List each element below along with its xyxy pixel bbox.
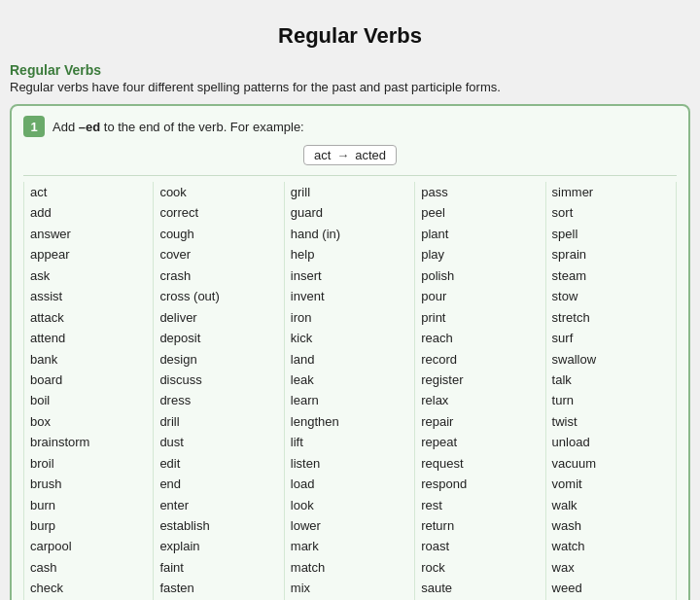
word-item: appear	[30, 244, 147, 265]
word-item: iron	[291, 307, 408, 328]
word-item: burp	[30, 515, 147, 536]
word-item: lengthen	[291, 411, 408, 432]
word-item: deliver	[159, 307, 277, 328]
rule1-box: 1 Add –ed to the end of the verb. For ex…	[10, 104, 690, 600]
word-item: peel	[421, 202, 539, 223]
word-col-3: grillguardhand (in)helpinsertinventironk…	[285, 182, 415, 600]
word-col-1: actaddanswerappearaskassistattackattendb…	[23, 182, 154, 600]
word-item: design	[159, 349, 277, 370]
word-item: grill	[291, 182, 408, 202]
word-item: end	[159, 474, 277, 494]
word-item: lower	[291, 515, 408, 536]
word-item: invent	[291, 286, 408, 306]
word-item: answer	[30, 224, 147, 244]
word-item: leak	[291, 370, 408, 390]
word-item: mix	[291, 578, 408, 598]
word-item: rest	[421, 495, 539, 515]
example-before: act	[314, 148, 331, 162]
page-title: Regular Verbs	[10, 10, 690, 58]
word-item: vomit	[552, 474, 670, 494]
section-desc: Regular verbs have four different spelli…	[10, 80, 690, 104]
word-item: act	[30, 182, 147, 202]
word-item: cook	[159, 182, 277, 202]
word-item: cross (out)	[159, 286, 277, 306]
word-item: edit	[159, 453, 277, 474]
rule1-text: Add –ed to the end of the verb. For exam…	[52, 120, 304, 134]
word-item: walk	[552, 495, 670, 515]
word-item: request	[421, 453, 539, 474]
word-item: sort	[552, 202, 670, 223]
word-item: record	[421, 349, 539, 370]
word-item: burn	[30, 495, 147, 515]
word-item: respond	[421, 474, 539, 494]
word-item: relax	[421, 390, 539, 410]
word-item: return	[421, 515, 539, 536]
word-item: cover	[159, 244, 277, 265]
word-item: rock	[421, 557, 539, 578]
word-item: assist	[30, 286, 147, 306]
arrow-icon: →	[336, 148, 349, 162]
word-item: board	[30, 370, 147, 390]
word-item: sprain	[552, 244, 670, 265]
word-item: drill	[159, 411, 277, 432]
word-item: land	[291, 349, 408, 370]
word-columns: actaddanswerappearaskassistattackattendb…	[23, 182, 677, 600]
word-item: simmer	[552, 182, 670, 202]
word-item: guard	[291, 202, 408, 223]
word-item: print	[421, 307, 539, 328]
word-item: dust	[159, 432, 277, 452]
word-item: kick	[291, 328, 408, 348]
word-item: watch	[552, 536, 670, 556]
word-item: help	[291, 244, 408, 265]
word-item: bank	[30, 349, 147, 370]
word-item: deposit	[159, 328, 277, 348]
word-item: reach	[421, 328, 539, 348]
rule1-number: 1	[23, 116, 45, 137]
word-item: learn	[291, 390, 408, 410]
word-item: stretch	[552, 307, 670, 328]
word-item: saute	[421, 578, 539, 598]
word-item: repeat	[421, 432, 539, 452]
word-item: faint	[159, 557, 277, 578]
word-item: correct	[159, 202, 277, 223]
word-item: hand (in)	[291, 224, 408, 244]
word-item: lift	[291, 432, 408, 452]
word-item: enter	[159, 495, 277, 515]
word-item: mark	[291, 536, 408, 556]
word-col-2: cookcorrectcoughcovercrashcross (out)del…	[154, 182, 284, 600]
word-item: fasten	[159, 578, 277, 598]
word-item: insert	[291, 265, 408, 286]
word-item: brush	[30, 474, 147, 494]
word-item: register	[421, 370, 539, 390]
word-item: repair	[421, 411, 539, 432]
word-item: spell	[552, 224, 670, 244]
word-item: match	[291, 557, 408, 578]
word-item: ask	[30, 265, 147, 286]
word-item: brainstorm	[30, 432, 147, 452]
word-item: pass	[421, 182, 539, 202]
word-item: polish	[421, 265, 539, 286]
word-item: roast	[421, 536, 539, 556]
word-item: box	[30, 411, 147, 432]
section-header: Regular Verbs	[10, 58, 690, 80]
word-item: play	[421, 244, 539, 265]
word-item: vacuum	[552, 453, 670, 474]
word-item: load	[291, 474, 408, 494]
word-item: stow	[552, 286, 670, 306]
word-item: attend	[30, 328, 147, 348]
word-item: plant	[421, 224, 539, 244]
word-col-4: passpeelplantplaypolishpourprintreachrec…	[415, 182, 545, 600]
word-item: add	[30, 202, 147, 223]
word-item: broil	[30, 453, 147, 474]
word-item: swallow	[552, 349, 670, 370]
word-item: steam	[552, 265, 670, 286]
word-item: check	[30, 578, 147, 598]
word-item: look	[291, 495, 408, 515]
word-col-5: simmersortspellsprainsteamstowstretchsur…	[546, 182, 677, 600]
word-item: wash	[552, 515, 670, 536]
word-item: unload	[552, 432, 670, 452]
word-item: surf	[552, 328, 670, 348]
word-item: weed	[552, 578, 670, 598]
word-item: listen	[291, 453, 408, 474]
rule1-example: act → acted	[303, 145, 397, 165]
